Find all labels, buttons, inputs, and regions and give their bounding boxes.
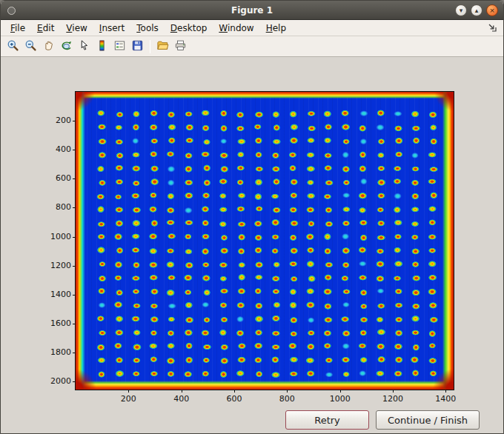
spot <box>115 207 124 213</box>
menu-insert[interactable]: Insert <box>99 23 125 33</box>
spot <box>412 303 420 310</box>
spot <box>114 301 123 309</box>
titlebar[interactable]: Figure 1 ▾ ▴ × <box>1 1 503 20</box>
spot <box>288 343 297 350</box>
spot <box>377 248 385 254</box>
spot <box>254 234 262 241</box>
save-figure-button[interactable] <box>129 38 146 55</box>
spot <box>377 303 385 309</box>
spot <box>167 179 175 186</box>
menu-tools[interactable]: Tools <box>136 23 159 33</box>
spot <box>185 290 192 296</box>
menu-desktop[interactable]: Desktop <box>170 23 208 33</box>
minimize-button[interactable]: ▾ <box>455 4 467 16</box>
menu-window[interactable]: Window <box>219 23 253 33</box>
spot <box>97 206 105 213</box>
spot <box>97 221 105 227</box>
data-cursor-button[interactable] <box>76 38 93 55</box>
y-tick-label: 400 <box>42 144 71 154</box>
window-menu-icon[interactable] <box>7 7 16 15</box>
spot <box>115 220 124 227</box>
zoom-out-button[interactable] <box>22 38 39 55</box>
dock-figure-icon[interactable] <box>487 22 499 34</box>
zoom-out-icon <box>24 39 37 54</box>
spot <box>115 179 123 185</box>
y-tick-label: 2000 <box>42 376 71 386</box>
spot <box>236 165 245 171</box>
print-figure-button[interactable] <box>172 38 189 55</box>
spot <box>376 124 385 130</box>
spot <box>185 233 192 239</box>
spot <box>238 193 246 198</box>
menu-file[interactable]: File <box>10 23 25 33</box>
retry-button[interactable]: Retry <box>285 410 369 430</box>
y-tick-mark <box>73 121 76 121</box>
spot <box>289 165 296 172</box>
spot <box>306 152 315 158</box>
spot <box>221 235 228 241</box>
spot <box>271 219 280 227</box>
spot <box>411 289 420 296</box>
spot <box>150 356 157 363</box>
spot <box>219 329 227 335</box>
spot <box>360 234 368 241</box>
spot <box>168 124 176 130</box>
zoom-in-button[interactable] <box>4 38 21 55</box>
y-tick-label: 1800 <box>42 347 71 357</box>
spot <box>305 357 314 364</box>
spot <box>359 317 368 323</box>
spot <box>359 138 367 145</box>
spot <box>97 247 105 254</box>
spot <box>185 124 194 131</box>
spot <box>220 358 229 364</box>
spot <box>185 317 194 324</box>
spot <box>236 302 245 309</box>
spot <box>256 371 263 378</box>
spot <box>290 356 299 363</box>
spot <box>358 343 366 349</box>
menu-edit[interactable]: Edit <box>37 23 54 33</box>
maximize-button[interactable]: ▴ <box>471 4 483 16</box>
spot <box>238 274 245 281</box>
spot <box>273 261 280 267</box>
continue-finish-button[interactable]: Continue / Finish <box>376 410 480 430</box>
spot <box>202 301 210 307</box>
spot <box>254 342 263 349</box>
spot <box>290 247 299 254</box>
spot <box>133 344 142 351</box>
spot <box>255 152 262 158</box>
spot <box>98 124 107 130</box>
spot <box>132 165 141 172</box>
spot <box>290 331 298 337</box>
insert-colorbar-button[interactable] <box>93 38 110 55</box>
spot <box>99 276 107 282</box>
spot <box>98 287 105 294</box>
open-file-button[interactable] <box>154 38 171 55</box>
spot <box>236 316 245 322</box>
spot <box>428 288 437 296</box>
spot <box>289 301 297 309</box>
x-tick-mark <box>393 390 394 393</box>
rotate-3d-button[interactable] <box>58 38 75 55</box>
spot <box>116 112 124 118</box>
spot <box>98 302 106 308</box>
spot <box>219 207 228 213</box>
spot <box>149 124 158 130</box>
menu-view[interactable]: View <box>66 23 87 33</box>
pan-button[interactable] <box>40 38 57 55</box>
menu-help[interactable]: Help <box>266 23 286 33</box>
spot <box>272 289 280 295</box>
spot <box>358 193 367 199</box>
spot <box>290 124 298 130</box>
spot <box>97 166 105 173</box>
y-tick-label: 1400 <box>42 290 71 299</box>
close-button[interactable]: × <box>486 4 498 16</box>
spot <box>132 276 141 281</box>
spot <box>201 151 210 157</box>
spot <box>184 274 193 281</box>
insert-legend-button[interactable] <box>111 38 128 55</box>
spot <box>271 330 280 336</box>
spot <box>96 344 105 351</box>
spot <box>341 124 350 130</box>
spot <box>377 356 385 364</box>
